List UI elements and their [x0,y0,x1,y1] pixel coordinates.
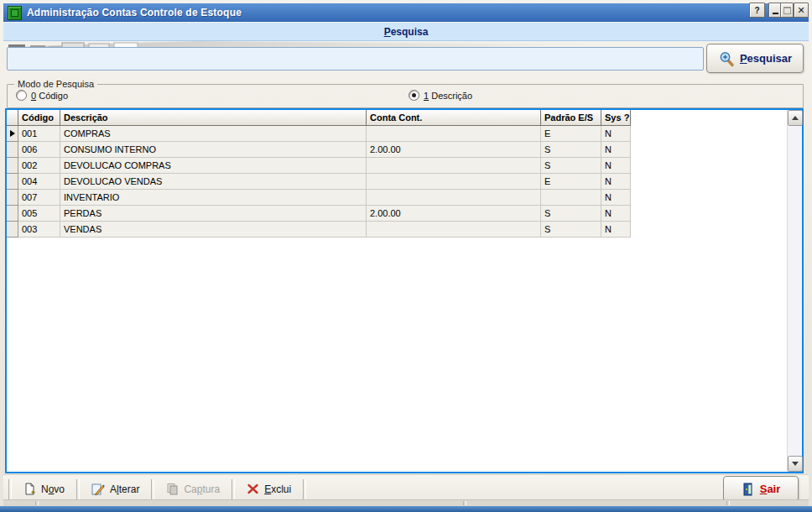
radio-descricao-label: 1 Descrição [424,91,472,101]
search-input[interactable] [7,47,704,71]
grid-rows: 001COMPRASEN006CONSUMO INTERNO2.00.00SN0… [7,126,631,238]
table-row[interactable]: 003VENDASSN [7,222,631,238]
vertical-scrollbar[interactable] [787,110,802,472]
captura-label: Captura [184,483,220,495]
exclui-label: Exclui [264,483,291,495]
separator [76,479,80,499]
search-mode-label: Modo de Pesquisa [14,79,97,89]
scroll-down-button[interactable] [788,456,803,472]
capture-copy-icon [166,483,179,495]
current-row-indicator [7,126,18,142]
arrow-up-icon [792,116,799,120]
new-record-icon [23,483,36,495]
table-row[interactable]: 007INVENTARION [7,190,631,206]
separator [151,479,154,499]
column-header-conta-cont[interactable]: Conta Cont. [367,110,541,126]
arrow-down-icon [792,462,799,466]
status-divider [726,501,730,505]
app-icon [8,6,22,20]
row-indicator [7,206,18,222]
table-cell: 006 [18,142,60,158]
table-cell: N [601,126,631,142]
edit-pencil-icon [91,483,105,495]
radio-codigo[interactable] [16,90,27,101]
table-cell: 002 [18,158,60,174]
table-cell: 2.00.00 [367,206,541,222]
window-title: Administração Contas Controle de Estoque [27,7,242,18]
close-icon: ✕ [797,5,804,16]
separator [303,479,306,499]
row-indicator [7,142,18,158]
column-header-padrao-es[interactable]: Padrão E/S [541,110,601,126]
row-indicator [7,174,18,190]
table-cell: N [601,174,631,190]
table-cell: PERDAS [60,206,367,222]
tab-pesquisa[interactable]: Pesquisa [3,23,809,41]
table-cell: CONSUMO INTERNO [60,142,367,158]
table-cell: S [541,142,601,158]
captura-button: Captura [159,479,226,499]
table-cell [367,158,541,174]
table-row[interactable]: 004DEVOLUCAO VENDASEN [7,174,631,190]
table-cell: N [601,158,631,174]
table-cell: 004 [18,174,60,190]
table-cell [541,190,601,206]
table-row[interactable]: 002DEVOLUCAO COMPRASSN [7,158,631,174]
help-icon: ? [754,6,759,15]
title-bar[interactable]: Administração Contas Controle de Estoque [3,3,809,22]
row-indicator [7,158,18,174]
table-cell: VENDAS [60,222,367,238]
alterar-button[interactable]: Alterar [85,479,146,499]
table-row[interactable]: 006CONSUMO INTERNO2.00.00SN [7,142,631,158]
bottom-toolbar: Novo Alterar Captura Exclui [3,474,809,503]
separator [232,479,235,499]
status-divider [463,501,466,505]
status-bar [3,499,809,506]
minimize-icon [773,13,778,14]
radio-codigo-label: 0 Código [31,91,68,101]
sair-label: Sair [760,483,781,495]
column-header-codigo[interactable]: Código [18,110,60,126]
table-header-row: Código Descrição Conta Cont. Padrão E/S … [7,110,631,126]
column-header-descricao[interactable]: Descrição [60,110,367,126]
table-cell: N [601,142,631,158]
scroll-up-button[interactable] [788,110,803,126]
row-indicator [7,222,18,238]
table-cell: DEVOLUCAO COMPRAS [60,158,367,174]
table-row[interactable]: 001COMPRASEN [7,126,631,142]
table-cell: INVENTARIO [60,190,367,206]
column-header-sys[interactable]: Sys ? [601,110,631,126]
search-mode-option-descricao[interactable]: 1 Descrição [409,90,472,101]
novo-label: Novo [41,483,65,495]
table-cell: S [541,206,601,222]
sair-button[interactable]: Sair [723,476,799,502]
radio-descricao[interactable] [409,90,419,101]
table-cell: N [601,206,631,222]
table-cell: DEVOLUCAO VENDAS [60,174,367,190]
novo-button[interactable]: Novo [17,479,71,499]
table-cell: E [541,174,601,190]
row-indicator [7,190,18,206]
table-cell: 001 [18,126,60,142]
help-button[interactable]: ? [749,3,765,18]
maximize-icon [783,7,791,14]
data-grid[interactable]: Código Descrição Conta Cont. Padrão E/S … [5,108,804,473]
close-button[interactable]: ✕ [794,3,809,18]
table-cell [367,190,541,206]
table-cell: S [541,222,601,238]
table-cell: S [541,158,601,174]
search-mode-groupbox: Modo de Pesquisa 0 Código 1 Descrição [7,84,804,108]
separator [8,479,12,499]
search-mode-option-codigo[interactable]: 0 Código [16,90,68,101]
table-cell: 2.00.00 [367,142,541,158]
exit-door-icon [742,483,755,496]
pesquisar-button[interactable]: Pesquisar [706,44,804,73]
table-cell [367,126,541,142]
table-row[interactable]: 005PERDAS2.00.00SN [7,206,631,222]
table-cell: E [541,126,601,142]
status-divider [35,501,39,505]
tab-pesquisa-label: Pesquisa [384,26,429,38]
table-cell: 005 [18,206,60,222]
table-cell: COMPRAS [60,126,367,142]
exclui-button[interactable]: Exclui [240,479,298,499]
